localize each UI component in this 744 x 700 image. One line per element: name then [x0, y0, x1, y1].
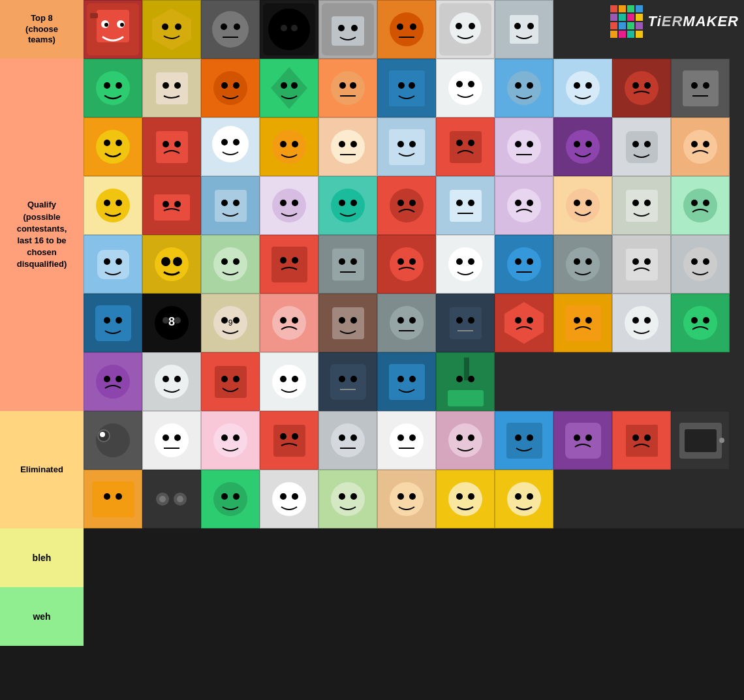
qcell[interactable]: [436, 352, 495, 411]
ecell[interactable]: [495, 470, 553, 528]
qcell[interactable]: [260, 352, 318, 411]
qcell[interactable]: [377, 59, 436, 117]
qcell[interactable]: [260, 235, 318, 294]
ecell[interactable]: [84, 411, 142, 470]
qcell[interactable]: [377, 176, 436, 235]
label-top8: Top 8 (choose teams): [0, 0, 84, 59]
ecell[interactable]: [377, 470, 436, 528]
svg-point-127: [691, 141, 698, 147]
qcell[interactable]: [84, 59, 142, 117]
ecell[interactable]: [318, 470, 377, 528]
qcell[interactable]: [553, 117, 612, 176]
qcell[interactable]: [612, 59, 671, 117]
qcell[interactable]: [671, 235, 730, 294]
qcell[interactable]: [84, 176, 142, 235]
cell-top8-3[interactable]: [201, 0, 260, 59]
svg-point-303: [155, 423, 189, 457]
qcell[interactable]: [201, 59, 260, 117]
qcell[interactable]: [436, 176, 495, 235]
qcell[interactable]: [553, 176, 612, 235]
svg-point-113: [507, 130, 541, 164]
svg-point-255: [527, 317, 533, 324]
qcell[interactable]: [495, 59, 553, 117]
qcell[interactable]: [318, 117, 377, 176]
ecell[interactable]: [436, 411, 495, 470]
ecell[interactable]: [260, 411, 318, 470]
qcell[interactable]: [142, 117, 201, 176]
qcell[interactable]: [84, 117, 142, 176]
qcell[interactable]: [318, 59, 377, 117]
qcell[interactable]: [201, 352, 260, 411]
qcell[interactable]: [671, 59, 730, 117]
qcell[interactable]: [142, 59, 201, 117]
qcell[interactable]: [84, 352, 142, 411]
qcell[interactable]: [612, 117, 671, 176]
ecell[interactable]: [436, 470, 495, 528]
qcell[interactable]: [612, 294, 671, 352]
ecell[interactable]: [260, 470, 318, 528]
qcell[interactable]: [436, 294, 495, 352]
cell-top8-4[interactable]: [260, 0, 318, 59]
svg-point-152: [409, 200, 416, 206]
qcell[interactable]: [612, 235, 671, 294]
qcell[interactable]: [436, 117, 495, 176]
ecell[interactable]: [495, 411, 553, 470]
qcell[interactable]: [201, 117, 260, 176]
svg-point-65: [468, 81, 474, 87]
svg-point-101: [339, 141, 345, 147]
qcell[interactable]: [495, 294, 553, 352]
qcell[interactable]: [495, 117, 553, 176]
cell-top8-7[interactable]: [436, 0, 495, 59]
svg-point-135: [163, 201, 169, 207]
ecell[interactable]: [318, 411, 377, 470]
qcell[interactable]: [495, 176, 553, 235]
qcell[interactable]: [671, 117, 730, 176]
svg-point-44: [174, 82, 181, 89]
ecell[interactable]: [142, 411, 201, 470]
cell-top8-5[interactable]: [318, 0, 377, 59]
qcell[interactable]: [260, 117, 318, 176]
qcell[interactable]: [671, 176, 730, 235]
cell-top8-8[interactable]: [495, 0, 553, 59]
qcell[interactable]: [201, 235, 260, 294]
qcell[interactable]: [377, 294, 436, 352]
qcell[interactable]: [260, 294, 318, 352]
ecell[interactable]: [671, 411, 730, 470]
qcell[interactable]: [201, 176, 260, 235]
qcell[interactable]: [553, 294, 612, 352]
qcell[interactable]: [84, 235, 142, 294]
ecell[interactable]: [612, 411, 671, 470]
qcell[interactable]: [553, 59, 612, 117]
qcell[interactable]: [260, 59, 318, 117]
qcell[interactable]: [318, 294, 377, 352]
qcell[interactable]: [495, 235, 553, 294]
qcell[interactable]: [142, 235, 201, 294]
qcell[interactable]: [318, 352, 377, 411]
qcell[interactable]: [612, 176, 671, 235]
qcell[interactable]: [436, 235, 495, 294]
ecell[interactable]: [553, 411, 612, 470]
qcell[interactable]: [671, 294, 730, 352]
qcell[interactable]: [553, 235, 612, 294]
cell-top8-2[interactable]: [142, 0, 201, 59]
ecell[interactable]: [142, 470, 201, 528]
qcell[interactable]: [318, 235, 377, 294]
qcell[interactable]: [377, 352, 436, 411]
svg-rect-6: [90, 13, 98, 18]
qcell[interactable]: [436, 59, 495, 117]
qcell[interactable]: [377, 117, 436, 176]
qcell[interactable]: [260, 176, 318, 235]
qcell[interactable]: [377, 235, 436, 294]
cell-top8-6[interactable]: [377, 0, 436, 59]
ecell[interactable]: [377, 411, 436, 470]
qcell[interactable]: 9: [201, 294, 260, 352]
qcell[interactable]: [142, 176, 201, 235]
qcell[interactable]: [318, 176, 377, 235]
qcell[interactable]: [84, 294, 142, 352]
ecell[interactable]: [201, 470, 260, 528]
ecell[interactable]: [84, 470, 142, 528]
cell-top8-1[interactable]: [84, 0, 142, 59]
qcell[interactable]: 8: [142, 294, 201, 352]
qcell[interactable]: [142, 352, 201, 411]
ecell[interactable]: [201, 411, 260, 470]
